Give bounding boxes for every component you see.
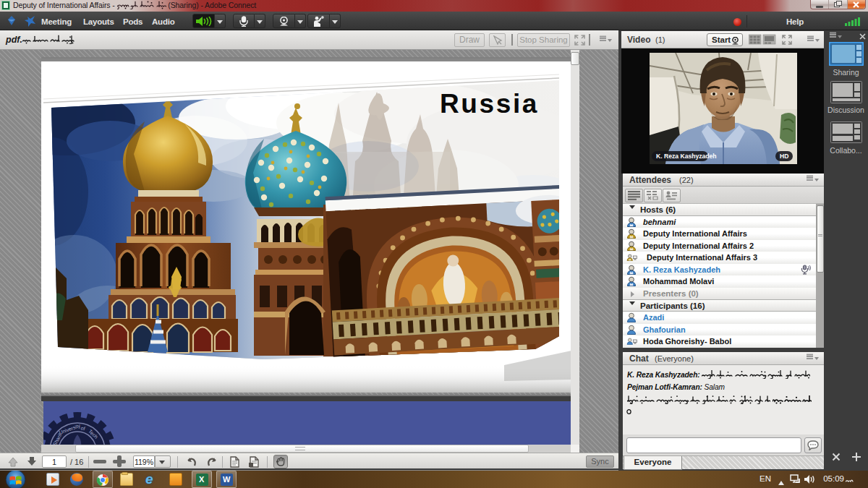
- svg-text:Russia: Russia: [440, 89, 539, 119]
- svg-text:HD: HD: [780, 153, 788, 160]
- svg-text:K. Reza Kashyzadeh: K. Reza Kashyzadeh: [656, 153, 717, 160]
